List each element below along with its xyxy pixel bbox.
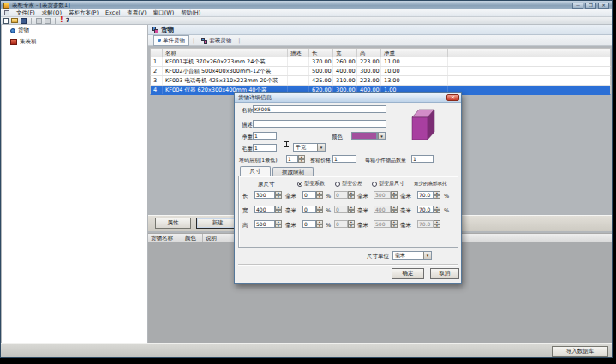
title-bar[interactable]: 装柜专家 - [装货参数1] — ❐ ✕ xyxy=(1,1,612,9)
width-coef-field[interactable] xyxy=(302,206,316,213)
spinner: ▴▾ xyxy=(391,220,398,228)
desc-field[interactable] xyxy=(253,120,386,128)
save-icon[interactable] xyxy=(21,18,27,24)
dialog-title-bar[interactable]: 货物详细信息 xyxy=(235,93,461,103)
deformed-size-radio[interactable]: 型变后尺寸 xyxy=(372,180,404,188)
stack-level-spinner[interactable]: ▴▾ xyxy=(298,155,305,163)
spinner[interactable]: ▴▾ xyxy=(434,191,440,199)
size-unit-dropdown[interactable]: 毫米 ▾ xyxy=(392,251,432,260)
tree-item-container[interactable]: 集装箱 xyxy=(2,36,147,47)
maximize-button[interactable]: ❐ xyxy=(585,3,596,9)
close-button[interactable]: ✕ xyxy=(598,3,609,9)
width-support-field[interactable] xyxy=(417,206,434,213)
import-database-button[interactable]: 导入数据库 xyxy=(552,346,608,357)
spinner: ▴▾ xyxy=(348,191,355,199)
app-icon xyxy=(3,3,9,9)
tab-set-goods[interactable]: 套装货物 xyxy=(198,36,235,45)
col-length[interactable]: 长 xyxy=(309,49,333,57)
length-row-label: 长 xyxy=(242,193,248,200)
open-file-icon[interactable] xyxy=(11,18,18,23)
cell-weight: 11.00 xyxy=(381,57,448,66)
length-support-field[interactable] xyxy=(417,191,434,199)
net-weight-label: 净重 xyxy=(242,134,253,141)
cell-filler xyxy=(448,76,610,85)
menu-view[interactable]: 查看(V) xyxy=(127,9,147,17)
spinner: ▴▾ xyxy=(348,206,355,213)
help-icon[interactable]: ? xyxy=(66,17,69,24)
child-window-icon[interactable] xyxy=(4,10,9,15)
percent-label: % xyxy=(444,193,449,200)
new-button[interactable]: 新建 xyxy=(196,218,239,229)
box-price-field[interactable] xyxy=(332,155,356,163)
stack-level-field[interactable] xyxy=(286,155,298,163)
cell-height: 300.00 xyxy=(357,67,381,75)
col-width[interactable]: 宽 xyxy=(333,49,357,57)
gross-weight-field[interactable] xyxy=(253,144,277,152)
name-field[interactable] xyxy=(253,105,386,113)
color-dropdown[interactable]: ▾ xyxy=(377,132,386,140)
height-coef-field[interactable] xyxy=(302,220,316,228)
properties-button[interactable]: 属性 xyxy=(155,218,191,229)
menu-window[interactable]: 窗口(W) xyxy=(153,9,175,17)
color-swatch[interactable] xyxy=(351,132,377,140)
print-preview-icon[interactable] xyxy=(36,18,42,24)
spinner[interactable]: ▴▾ xyxy=(316,206,323,213)
percent-label: % xyxy=(326,207,331,214)
length-original-field[interactable] xyxy=(254,191,275,199)
spinner[interactable]: ▴▾ xyxy=(275,191,282,199)
height-original-field[interactable] xyxy=(254,220,275,228)
cell-width: 310.00 xyxy=(333,76,357,85)
deform-tolerance-radio[interactable]: 型变公差 xyxy=(335,180,362,188)
dialog-close-icon[interactable]: ✕ xyxy=(446,94,459,101)
weight-unit-dropdown[interactable]: 千克 ▾ xyxy=(293,143,326,152)
menu-help[interactable]: 帮助(H) xyxy=(181,9,200,17)
print-icon[interactable] xyxy=(45,18,51,24)
spinner: ▴▾ xyxy=(434,220,440,228)
spinner[interactable]: ▴▾ xyxy=(275,220,282,228)
table-row[interactable]: 2 KF002小音箱 500x400x300mm-12个装 500.00 400… xyxy=(150,67,611,76)
mm-unit-label: 毫米 xyxy=(285,207,296,215)
tab-dimensions[interactable]: 尺寸 xyxy=(240,166,271,176)
menu-solve[interactable]: 求解(Q) xyxy=(42,9,62,17)
spinner[interactable]: ▴▾ xyxy=(275,206,282,213)
col-height[interactable]: 高 xyxy=(357,49,381,57)
solve-icon[interactable]: ! xyxy=(60,17,63,24)
goods-dot-icon xyxy=(10,28,15,33)
col-desc[interactable]: 描述 xyxy=(288,49,309,57)
col-name[interactable]: 名称 xyxy=(163,49,288,57)
tab-single-goods[interactable]: 单件货物 xyxy=(153,35,189,46)
cancel-button[interactable]: 取消 xyxy=(430,268,459,279)
ok-button[interactable]: 确定 xyxy=(392,268,424,279)
content-header: 货物 xyxy=(148,25,613,35)
length-deformed-field xyxy=(374,191,391,199)
spinner[interactable]: ▴▾ xyxy=(316,191,323,199)
table-row[interactable]: 1 KF001手机 370x260x223mm 24个装 370.00 260.… xyxy=(150,57,611,67)
net-weight-field[interactable] xyxy=(253,132,277,140)
menu-excel[interactable]: Excel xyxy=(105,9,120,16)
percent-label: % xyxy=(326,193,331,200)
length-coef-field[interactable] xyxy=(302,191,316,199)
spinner[interactable]: ▴▾ xyxy=(316,220,323,228)
cell-length: 500.00 xyxy=(309,67,333,75)
minimize-button[interactable]: — xyxy=(572,3,583,9)
tab-label: 单件货物 xyxy=(163,37,185,45)
chevron-down-icon: ▾ xyxy=(317,144,325,151)
tree-item-goods[interactable]: 货物 xyxy=(2,25,147,36)
deform-coefficient-radio[interactable]: 型变系数 xyxy=(297,180,325,188)
percent-label: % xyxy=(326,222,331,229)
menu-file[interactable]: 文件(F) xyxy=(16,9,35,17)
col-goods-name[interactable]: 货物名称 xyxy=(148,234,182,242)
col-rownum xyxy=(151,49,163,57)
table-row[interactable]: 3 KF003 电话母机 425x310x223mm 20个装 425.00 3… xyxy=(150,76,611,86)
new-file-icon[interactable] xyxy=(3,18,9,24)
spinner[interactable]: ▴▾ xyxy=(434,206,440,213)
width-original-field[interactable] xyxy=(254,206,275,213)
mm-unit-label: 毫米 xyxy=(285,222,296,230)
col-weight[interactable]: 净重 xyxy=(381,49,448,57)
min-bottom-support-header: 最少的底部承托 xyxy=(414,181,447,187)
tree-item-label: 货物 xyxy=(18,27,29,34)
tab-separator: | xyxy=(238,37,240,44)
items-per-box-field[interactable] xyxy=(411,155,434,163)
col-color[interactable]: 颜色 xyxy=(182,234,203,242)
menu-plan[interactable]: 装柜方案(P) xyxy=(69,9,99,17)
